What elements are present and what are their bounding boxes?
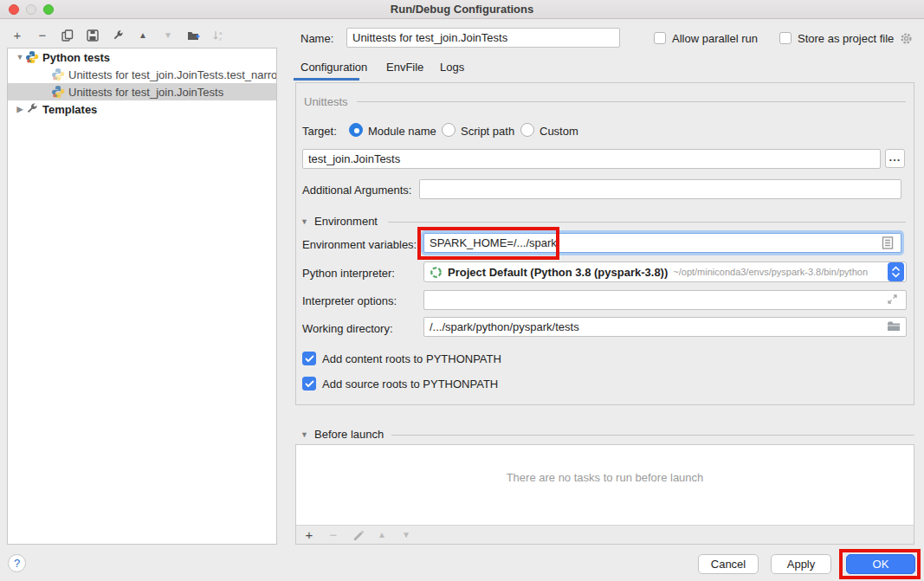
add-task-button[interactable]: + (302, 528, 316, 542)
ok-button[interactable]: OK (846, 554, 915, 574)
store-settings-gear-icon[interactable] (900, 32, 913, 45)
browse-folder-icon[interactable] (887, 320, 901, 334)
edit-task-pencil-icon[interactable] (351, 528, 365, 542)
expand-collapse-icon[interactable]: ▶ (15, 105, 25, 113)
working-directory-input[interactable]: /.../spark/python/pyspark/tests (423, 317, 907, 337)
add-source-roots-checkbox[interactable]: Add source roots to PYTHONPATH (302, 377, 498, 391)
tree-item-templates[interactable]: ▶ Templates (8, 100, 276, 118)
svg-text:z: z (219, 36, 222, 42)
target-module-input[interactable]: test_join.JoinTests (302, 149, 881, 169)
interpreter-dropdown-stepper-icon[interactable] (888, 262, 904, 281)
group-divider (391, 435, 914, 436)
additional-arguments-input[interactable] (419, 179, 901, 199)
tab-envfile[interactable]: EnvFile (386, 61, 423, 78)
templates-wrench-icon (25, 102, 39, 116)
tree-item-unittest-narrow[interactable]: Unittests for test_join.JoinTests.test_n… (8, 66, 276, 83)
configurations-toolbar: + − ▲ ▼ az (10, 27, 225, 44)
group-divider (357, 101, 906, 102)
expand-field-icon[interactable] (887, 294, 901, 307)
edit-variables-list-icon[interactable] (882, 236, 895, 250)
python-interpreter-value: Project Default (Python 3.8 (pyspark-3.8… (448, 266, 668, 279)
checkbox-label: Allow parallel run (672, 32, 758, 45)
help-button[interactable]: ? (8, 554, 26, 572)
interpreter-options-input[interactable] (423, 290, 907, 310)
name-value: Unittests for test_join.JoinTests (352, 31, 614, 44)
group-divider (388, 222, 906, 223)
environment-section-title: Environment (314, 215, 378, 228)
new-folder-icon[interactable] (186, 29, 200, 42)
svg-text:a: a (219, 30, 223, 36)
environment-variables-input[interactable]: SPARK_HOME=/.../spark (423, 233, 901, 253)
configurations-tree: ▼ Python tests Unittests for test_join.J… (7, 48, 277, 545)
checkbox-checked-icon (302, 352, 316, 365)
store-as-project-file-checkbox[interactable]: Store as project file (779, 31, 913, 45)
checkbox-icon (779, 32, 792, 44)
environment-variables-value: SPARK_HOME=/.../spark (430, 236, 882, 249)
tree-item-label: Python tests (42, 51, 110, 64)
sort-configurations-icon[interactable]: az (211, 29, 225, 42)
python-interpreter-path: ~/opt/miniconda3/envs/pyspark-3.8/bin/py… (673, 267, 868, 277)
checkbox-icon (654, 32, 666, 44)
radio-module-name-label: Module name (368, 125, 436, 138)
tree-item-unittest-jointests[interactable]: Unittests for test_join.JoinTests (8, 83, 276, 100)
browse-module-button[interactable]: ... (885, 149, 905, 168)
titlebar: Run/Debug Configurations (0, 0, 924, 19)
add-content-roots-checkbox[interactable]: Add content roots to PYTHONPATH (302, 352, 501, 365)
apply-button[interactable]: Apply (771, 554, 831, 574)
tree-item-label: Unittests for test_join.JoinTests (68, 86, 223, 99)
remove-task-button[interactable]: − (326, 528, 340, 542)
tab-logs[interactable]: Logs (440, 61, 464, 78)
unittests-group-title: Unittests (304, 95, 348, 108)
radio-module-name[interactable] (349, 123, 363, 137)
checkbox-label: Add content roots to PYTHONPATH (322, 352, 501, 365)
checkbox-label: Add source roots to PYTHONPATH (322, 378, 498, 391)
additional-arguments-label: Additional Arguments: (302, 184, 411, 197)
environment-collapse-icon[interactable]: ▼ (300, 217, 308, 226)
before-launch-empty-text: There are no tasks to run before launch (296, 471, 914, 484)
radio-script-path-label: Script path (461, 125, 514, 138)
working-directory-label: Working directory: (302, 322, 393, 335)
python-interpreter-select[interactable]: Project Default (Python 3.8 (pyspark-3.8… (423, 261, 907, 282)
edit-templates-wrench-icon[interactable] (111, 29, 125, 42)
checkbox-label: Store as project file (798, 32, 894, 45)
python-test-config-icon (51, 85, 65, 99)
python-interpreter-label: Python interpreter: (302, 267, 395, 280)
copy-configuration-icon[interactable] (61, 29, 74, 42)
cancel-button[interactable]: Cancel (698, 554, 759, 574)
before-launch-title: Before launch (314, 428, 384, 441)
tree-item-python-tests[interactable]: ▼ Python tests (8, 48, 276, 66)
interpreter-options-label: Interpreter options: (302, 294, 397, 307)
tree-item-label: Unittests for test_join.JoinTests.test_n… (68, 68, 276, 81)
allow-parallel-run-checkbox[interactable]: Allow parallel run (654, 31, 758, 45)
move-down-icon[interactable]: ▼ (161, 29, 175, 42)
environment-variables-label: Environment variables: (302, 238, 417, 251)
add-configuration-button[interactable]: + (10, 29, 24, 42)
before-launch-toolbar: + − ▲ ▼ (296, 525, 914, 544)
working-directory-value: /.../spark/python/pyspark/tests (430, 320, 887, 333)
conda-interpreter-icon (430, 266, 443, 279)
run-debug-configurations-dialog: Run/Debug Configurations + − ▲ ▼ az ▼ Py (0, 0, 924, 581)
remove-configuration-button[interactable]: − (36, 29, 49, 42)
tree-item-label: Templates (42, 103, 97, 116)
name-label: Name: (300, 32, 333, 45)
python-tests-icon (25, 50, 39, 64)
before-launch-task-list: There are no tasks to run before launch … (295, 444, 914, 545)
window-title: Run/Debug Configurations (0, 3, 924, 16)
move-task-down-icon[interactable]: ▼ (399, 528, 413, 542)
save-configuration-icon[interactable] (86, 29, 100, 42)
target-label: Target: (302, 125, 337, 138)
move-up-icon[interactable]: ▲ (136, 29, 150, 42)
radio-script-path[interactable] (442, 123, 456, 137)
name-input[interactable]: Unittests for test_join.JoinTests (346, 28, 620, 48)
tab-configuration[interactable]: Configuration (300, 61, 367, 78)
checkbox-checked-icon (302, 377, 316, 391)
before-launch-collapse-icon[interactable]: ▼ (300, 430, 308, 439)
radio-custom[interactable] (520, 123, 534, 137)
target-module-value: test_join.JoinTests (308, 152, 875, 165)
active-tab-indicator (294, 78, 359, 81)
radio-custom-label: Custom (540, 125, 578, 138)
move-task-up-icon[interactable]: ▲ (375, 528, 389, 542)
python-test-config-icon (51, 68, 65, 81)
expand-collapse-icon[interactable]: ▼ (15, 53, 25, 61)
